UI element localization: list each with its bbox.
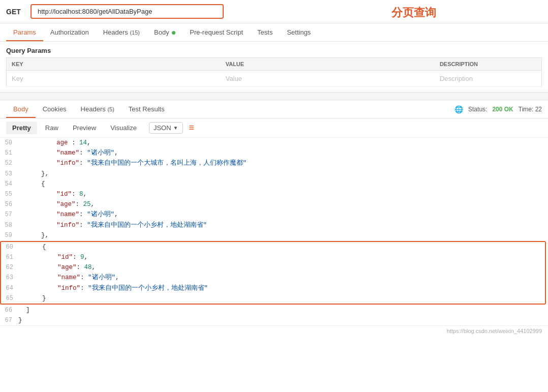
json-line-55: 55 "id": 8,: [0, 189, 548, 199]
json-line-63: 63 "name": "诸小明",: [1, 273, 545, 283]
http-method: GET: [6, 8, 26, 16]
key-placeholder[interactable]: Key: [7, 71, 221, 87]
json-line-61: 61 "id": 9,: [1, 252, 545, 262]
tab-params[interactable]: Params: [6, 23, 43, 41]
json-line-57: 57 "name": "诸小明",: [0, 209, 548, 220]
response-tab-testresults[interactable]: Test Results: [121, 100, 172, 118]
desc-placeholder[interactable]: Description: [435, 71, 542, 87]
params-placeholder-row: Key Value Description: [7, 71, 542, 87]
tab-authorization[interactable]: Authorization: [43, 23, 96, 41]
url-input-box[interactable]: http://localhost:8080/getAllDataByPage: [31, 4, 224, 19]
response-tab-cookies[interactable]: Cookies: [36, 100, 74, 118]
query-params-section: Query Params KEY VALUE DESCRIPTION Key V…: [0, 42, 548, 87]
response-headers-badge: (5): [107, 106, 114, 112]
request-tabs: Params Authorization Headers (15) Body P…: [0, 23, 548, 42]
time-label: Time: 22: [519, 106, 542, 113]
col-header-description: DESCRIPTION: [435, 58, 542, 71]
json-line-51: 51 "name": "诸小明",: [0, 148, 548, 158]
json-line-54: 54 {: [0, 179, 548, 189]
json-line-59: 59 },: [0, 230, 548, 240]
json-line-56: 56 "age": 25,: [0, 199, 548, 209]
json-format-select[interactable]: JSON ▼: [149, 122, 183, 134]
col-header-key: KEY: [7, 58, 221, 71]
tab-tests[interactable]: Tests: [250, 23, 280, 41]
tab-body[interactable]: Body: [147, 23, 182, 41]
status-label: Status:: [468, 106, 487, 113]
status-value: 200 OK: [492, 106, 513, 113]
response-meta: 🌐 Status: 200 OK Time: 22: [454, 105, 542, 113]
json-line-66: 66 ]: [0, 305, 548, 315]
tab-prerequest[interactable]: Pre-request Script: [182, 23, 250, 41]
body-dot-indicator: [172, 31, 175, 35]
format-tab-preview[interactable]: Preview: [67, 122, 102, 134]
json-line-53: 53 },: [0, 169, 548, 179]
response-tabs: Body Cookies Headers (5) Test Results 🌐 …: [0, 100, 548, 118]
params-table: KEY VALUE DESCRIPTION Key Value Descript…: [6, 57, 542, 87]
json-line-67: 67 }: [0, 315, 548, 325]
col-header-value: VALUE: [221, 58, 435, 71]
chevron-down-icon: ▼: [173, 125, 178, 131]
watermark: https://blog.csdn.net/weixin_44102999: [0, 325, 548, 336]
tab-settings[interactable]: Settings: [280, 23, 318, 41]
json-line-64: 64 "info": "我来自中国的一个小乡村，地处湖南省": [1, 283, 545, 293]
json-line-58: 58 "info": "我来自中国的一个小乡村，地处湖南省": [0, 220, 548, 230]
wrap-icon[interactable]: ≡: [189, 123, 195, 133]
format-tab-raw[interactable]: Raw: [39, 122, 65, 134]
format-tab-pretty[interactable]: Pretty: [6, 122, 37, 134]
response-tab-headers[interactable]: Headers (5): [74, 100, 121, 118]
tab-headers[interactable]: Headers (15): [96, 23, 147, 41]
value-placeholder[interactable]: Value: [221, 71, 435, 87]
globe-icon: 🌐: [454, 105, 463, 113]
json-line-65: 65 }: [1, 293, 545, 304]
format-tabs-row: Pretty Raw Preview Visualize JSON ▼ ≡ 分页…: [0, 118, 548, 138]
response-tab-body[interactable]: Body: [6, 100, 36, 118]
url-text: http://localhost:8080/getAllDataByPage: [38, 8, 152, 15]
json-line-60: 60 {: [1, 242, 545, 252]
query-params-title: Query Params: [6, 47, 542, 54]
json-line-52: 52 "info": "我来自中国的一个大城市，名叫上海，人们称作魔都": [0, 158, 548, 168]
section-divider: [0, 92, 548, 100]
url-bar: GET http://localhost:8080/getAllDataByPa…: [0, 0, 548, 23]
json-line-50: 50 age : 14,: [0, 138, 548, 148]
highlighted-json-block: 60 { 61 "id": 9, 62 "age": 48, 63 "name"…: [0, 241, 546, 305]
json-viewer: 50 age : 14, 51 "name": "诸小明", 52 "info"…: [0, 138, 548, 325]
json-viewer-container: 50 age : 14, 51 "name": "诸小明", 52 "info"…: [0, 138, 548, 325]
json-format-label: JSON: [154, 124, 171, 132]
format-tab-visualize[interactable]: Visualize: [104, 122, 143, 134]
headers-badge: (15): [130, 29, 140, 36]
json-line-62: 62 "age": 48,: [1, 262, 545, 273]
